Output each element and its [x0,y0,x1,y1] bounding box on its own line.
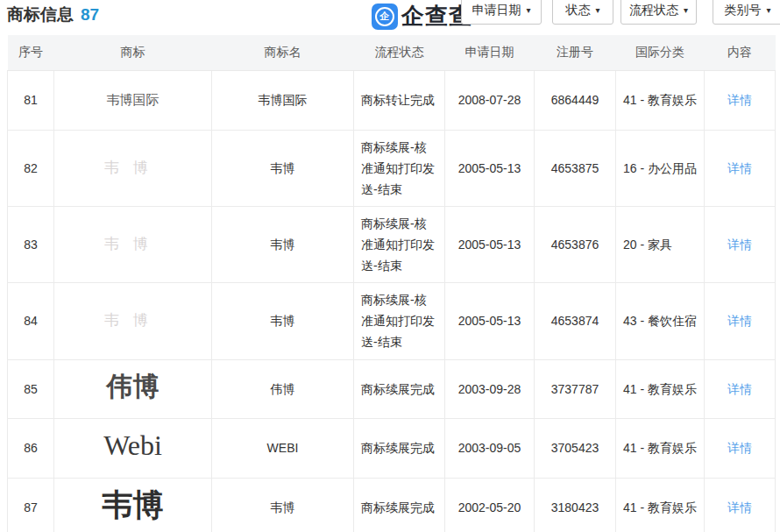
trademark-image: 韦博国际 [107,92,160,107]
trademark-image: Webi [103,429,162,461]
trademark-table-body: 81 韦博国际 韦博国际 商标转让完成 2008-07-28 6864449 4… [8,70,776,532]
qichacha-logo[interactable]: 企 企查查 [372,1,472,32]
cell-content: 详情 [705,130,776,206]
cell-intl-class: 41 - 教育娱乐 [616,70,705,130]
cell-process-status: 商标续展-核准通知打印发送-结束 [354,206,445,282]
cell-apply-date: 2002-05-20 [445,478,535,532]
cell-mark-name: 韦博国际 [212,70,354,130]
table-row: 84 韦博 韦博 商标续展-核准通知打印发送-结束 2005-05-13 465… [8,282,776,359]
trademark-image: 韦博 [103,487,164,521]
filter-class-number-label: 类别号 [724,3,761,18]
cell-apply-date: 2003-09-05 [445,418,535,478]
trademark-image: 伟博 [107,371,160,401]
cell-intl-class: 20 - 家具 [616,206,705,282]
cell-mark: Webi [54,418,212,478]
header-process-status: 流程状态 [354,35,445,70]
cell-apply-date: 2005-05-13 [445,282,535,359]
header-reg-no: 注册号 [535,35,616,70]
trademark-info-page: 商标信息87 企 企查查 申请日期 ▾ 状态 ▾ 流程状态 ▾ 类别号 ▾ 序号… [0,0,780,532]
chevron-down-icon: ▾ [595,5,599,15]
cell-content: 详情 [705,282,776,359]
cell-mark-name: WEBI [212,418,354,478]
trademark-image: 韦博 [104,160,161,176]
cell-content: 详情 [705,478,776,532]
cell-content: 详情 [705,70,776,130]
cell-reg-no: 6864449 [535,70,616,130]
trademark-count: 87 [81,5,99,24]
header-intl-class: 国际分类 [616,35,705,70]
chevron-down-icon: ▾ [766,5,770,15]
cell-intl-class: 16 - 办公用品 [616,130,705,206]
filter-status-label: 状态 [565,3,590,18]
cell-process-status: 商标转让完成 [354,70,445,130]
cell-no: 86 [8,418,54,478]
table-header-row: 序号 商标 商标名 流程状态 申请日期 注册号 国际分类 内容 [8,35,776,70]
cell-intl-class: 43 - 餐饮住宿 [616,282,705,359]
cell-no: 85 [8,359,54,418]
cell-reg-no: 3705423 [535,418,616,478]
page-title: 商标信息87 [7,4,99,26]
cell-mark: 韦博 [54,130,212,206]
cell-process-status: 商标续展完成 [354,478,445,532]
header-apply-date: 申请日期 [445,35,535,70]
cell-process-status: 商标续展完成 [354,359,445,418]
filter-status-button[interactable]: 状态 ▾ [552,0,613,25]
detail-link[interactable]: 详情 [727,93,752,107]
filter-class-number-button[interactable]: 类别号 ▾ [713,0,780,25]
cell-no: 87 [8,478,54,532]
table-row: 81 韦博国际 韦博国际 商标转让完成 2008-07-28 6864449 4… [8,70,776,130]
cell-process-status: 商标续展完成 [354,418,445,478]
detail-link[interactable]: 详情 [727,161,752,175]
cell-reg-no: 4653876 [535,206,616,282]
table-row: 86 Webi WEBI 商标续展完成 2003-09-05 3705423 4… [8,418,776,478]
cell-process-status: 商标续展-核准通知打印发送-结束 [354,130,445,206]
table-row: 83 韦博 韦博 商标续展-核准通知打印发送-结束 2005-05-13 465… [8,206,776,282]
header-content: 内容 [705,35,776,70]
qichacha-icon: 企 [372,4,398,30]
cell-content: 详情 [705,206,776,282]
cell-intl-class: 41 - 教育娱乐 [616,478,705,532]
cell-mark-name: 韦博 [212,130,354,206]
trademark-table: 序号 商标 商标名 流程状态 申请日期 注册号 国际分类 内容 81 韦博国际 … [7,35,776,532]
chevron-down-icon: ▾ [526,5,530,15]
table-row: 82 韦博 韦博 商标续展-核准通知打印发送-结束 2005-05-13 465… [8,130,776,206]
cell-no: 83 [8,206,54,282]
cell-mark: 韦博 [54,282,212,359]
cell-no: 81 [8,70,54,130]
detail-link[interactable]: 详情 [727,238,752,252]
cell-apply-date: 2005-05-13 [445,130,535,206]
detail-link[interactable]: 详情 [727,441,752,455]
cell-reg-no: 3737787 [535,359,616,418]
cell-mark-name: 韦博 [212,282,354,359]
cell-mark-name: 伟博 [212,359,354,418]
cell-process-status: 商标续展-核准通知打印发送-结束 [354,282,445,359]
filter-process-status-label: 流程状态 [629,3,678,18]
qichacha-icon-glyph: 企 [372,4,398,30]
table-row: 85 伟博 伟博 商标续展完成 2003-09-28 3737787 41 - … [8,359,776,418]
cell-reg-no: 3180423 [535,478,616,532]
cell-intl-class: 41 - 教育娱乐 [616,418,705,478]
cell-apply-date: 2005-05-13 [445,206,535,282]
header-no: 序号 [8,35,54,70]
cell-mark-name: 韦博 [212,478,354,532]
filter-apply-date-label: 申请日期 [472,3,521,18]
page-title-text: 商标信息 [7,5,74,24]
cell-no: 82 [8,130,54,206]
cell-intl-class: 41 - 教育娱乐 [616,359,705,418]
cell-mark: 韦博 [54,478,212,532]
header-mark-name: 商标名 [212,35,354,70]
table-row: 87 韦博 韦博 商标续展完成 2002-05-20 3180423 41 - … [8,478,776,532]
filter-process-status-button[interactable]: 流程状态 ▾ [620,0,697,25]
trademark-image: 韦博 [104,312,161,329]
cell-no: 84 [8,282,54,359]
cell-reg-no: 4653875 [535,130,616,206]
detail-link[interactable]: 详情 [727,500,752,514]
filter-apply-date-button[interactable]: 申请日期 ▾ [461,0,542,25]
cell-apply-date: 2008-07-28 [445,70,535,130]
cell-reg-no: 4653874 [535,282,616,359]
cell-mark: 韦博国际 [54,70,212,130]
detail-link[interactable]: 详情 [727,382,752,396]
cell-content: 详情 [705,359,776,418]
chevron-down-icon: ▾ [684,5,688,15]
detail-link[interactable]: 详情 [727,314,752,328]
